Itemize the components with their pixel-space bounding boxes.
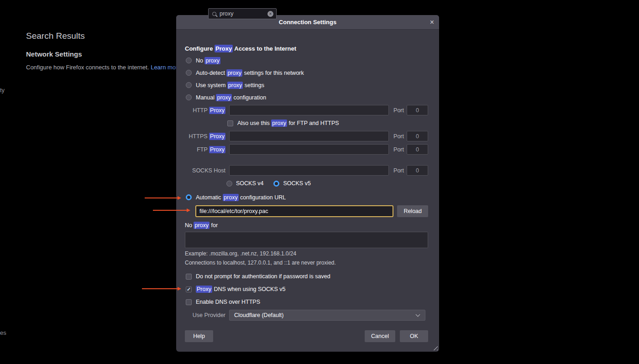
https-port-label: Port (393, 133, 404, 140)
use-provider-label: Use Provider (185, 312, 225, 318)
description-text: Configure how Firefox connects to the in… (26, 64, 151, 71)
dns-provider-row: Use Provider Cloudflare (Default) (185, 309, 428, 321)
socks-v5-radio[interactable] (273, 181, 279, 187)
checkbox-label: Also use this proxy for FTP and HTTPS (237, 120, 339, 126)
share-proxy-checkbox-row[interactable]: Also use this proxy for FTP and HTTPS (226, 117, 428, 130)
radio-option-auto-url[interactable]: Automatic proxy configuration URL (185, 191, 428, 203)
https-proxy-row: HTTPS Proxy Port 0 (185, 130, 428, 143)
clear-search-icon[interactable]: × (267, 11, 273, 17)
search-icon (212, 12, 216, 16)
no-prompt-auth-checkbox-row[interactable]: Do not prompt for authentication if pass… (185, 270, 428, 283)
dns-provider-select[interactable]: Cloudflare (Default) (229, 310, 425, 321)
option-label: Automatic proxy configuration URL (196, 194, 286, 201)
dialog-title: Connection Settings (279, 19, 336, 26)
option-label: No proxy (196, 57, 220, 64)
radio-option-no-proxy[interactable]: No proxy (185, 54, 428, 67)
checkbox-label: Enable DNS over HTTPS (196, 299, 260, 305)
no-prompt-auth-checkbox[interactable] (186, 274, 192, 280)
search-highlight: Proxy (215, 45, 233, 52)
http-proxy-row: HTTP Proxy Port 0 (185, 104, 428, 117)
radio-button[interactable] (186, 70, 192, 76)
socks-port-label: Port (393, 167, 404, 174)
sidebar-clipped-label-bottom: es (0, 329, 6, 336)
ftp-proxy-label: FTP Proxy (185, 146, 225, 153)
socks-v4-radio[interactable] (226, 181, 232, 187)
http-port-input[interactable]: 0 (407, 105, 428, 115)
no-proxy-for-textarea[interactable] (185, 232, 428, 248)
reload-button[interactable]: Reload (397, 205, 428, 217)
network-settings-title: Network Settings (26, 50, 82, 58)
dialog-body: Configure Proxy Access to the Internet N… (176, 45, 439, 351)
cancel-button[interactable]: Cancel (365, 330, 395, 342)
dns-provider-value: Cloudflare (Default) (234, 312, 283, 318)
annotation-arrow-proxy-dns (142, 288, 178, 289)
dns-over-https-checkbox[interactable] (186, 299, 192, 305)
auto-url-row: file:///local/etc/tor/proxy.pac Reload (195, 205, 428, 217)
checkbox-label: Proxy DNS when using SOCKS v5 (196, 286, 285, 292)
socks-host-input[interactable] (229, 165, 389, 176)
annotation-arrow-auto-url (145, 198, 178, 198)
share-proxy-checkbox[interactable] (227, 120, 233, 126)
http-proxy-input[interactable] (229, 105, 389, 115)
dns-over-https-checkbox-row[interactable]: Enable DNS over HTTPS (185, 296, 428, 308)
network-settings-description: Configure how Firefox connects to the in… (26, 64, 177, 71)
sidebar-clipped-label-top: ty (0, 87, 5, 94)
radio-button[interactable] (186, 57, 192, 63)
search-results-heading: Search Results (26, 31, 85, 41)
radio-option-manual-proxy[interactable]: Manual proxy configuration (185, 91, 428, 104)
proxy-dns-socks5-checkbox[interactable]: ✓ (186, 286, 192, 292)
connection-settings-dialog: Connection Settings × Configure Proxy Ac… (176, 15, 439, 352)
https-proxy-label: HTTPS Proxy (185, 133, 225, 140)
close-icon[interactable]: × (430, 19, 434, 26)
ftp-proxy-input[interactable] (229, 144, 389, 155)
auto-proxy-url-input[interactable]: file:///local/etc/tor/proxy.pac (195, 205, 393, 217)
no-proxy-example: Example: .mozilla.org, .net.nz, 192.168.… (185, 249, 428, 258)
checkmark-icon: ✓ (187, 287, 191, 292)
search-value: proxy (220, 10, 234, 17)
help-button[interactable]: Help (185, 330, 213, 342)
radio-option-auto-detect[interactable]: Auto-detect proxy settings for this netw… (185, 67, 428, 79)
radio-button[interactable] (186, 82, 192, 88)
socks-v5-label[interactable]: SOCKS v5 (283, 180, 310, 187)
chevron-down-icon (416, 312, 420, 317)
proxy-dns-socks5-checkbox-row[interactable]: ✓ Proxy DNS when using SOCKS v5 (185, 283, 428, 296)
button-spacer (218, 330, 360, 342)
no-proxy-for-label: No proxy for (185, 220, 428, 231)
radio-option-system-proxy[interactable]: Use system proxy settings (185, 79, 428, 91)
auto-url-radio[interactable] (186, 194, 192, 200)
checkbox-label: Do not prompt for authentication if pass… (196, 273, 330, 280)
no-proxy-note: Connections to localhost, 127.0.0.1, and… (185, 258, 428, 267)
ok-button[interactable]: OK (400, 330, 428, 342)
dialog-heading: Configure Proxy Access to the Internet (185, 45, 428, 53)
learn-more-link[interactable]: Learn mor (151, 64, 177, 71)
socks-host-row: SOCKS Host Port 0 (185, 164, 428, 177)
dialog-button-row: Help Cancel OK (185, 330, 428, 342)
http-port-label: Port (393, 107, 404, 114)
socks-v4-label[interactable]: SOCKS v4 (236, 180, 263, 187)
socks-host-label: SOCKS Host (185, 167, 225, 174)
https-proxy-input[interactable] (229, 131, 389, 141)
https-port-input[interactable]: 0 (407, 131, 428, 141)
option-label: Auto-detect proxy settings for this netw… (196, 70, 304, 76)
http-proxy-label: HTTP Proxy (185, 107, 225, 114)
radio-button[interactable] (186, 94, 192, 100)
ftp-proxy-row: FTP Proxy Port 0 (185, 143, 428, 156)
annotation-arrow-url-input (153, 210, 187, 211)
settings-search-input[interactable]: proxy × (208, 8, 277, 19)
ftp-port-label: Port (393, 146, 404, 153)
socks-port-input[interactable]: 0 (407, 165, 428, 176)
option-label: Use system proxy settings (196, 82, 264, 88)
socks-version-row: SOCKS v4 SOCKS v5 (226, 177, 428, 190)
ftp-port-input[interactable]: 0 (407, 144, 428, 155)
option-label: Manual proxy configuration (196, 94, 266, 101)
